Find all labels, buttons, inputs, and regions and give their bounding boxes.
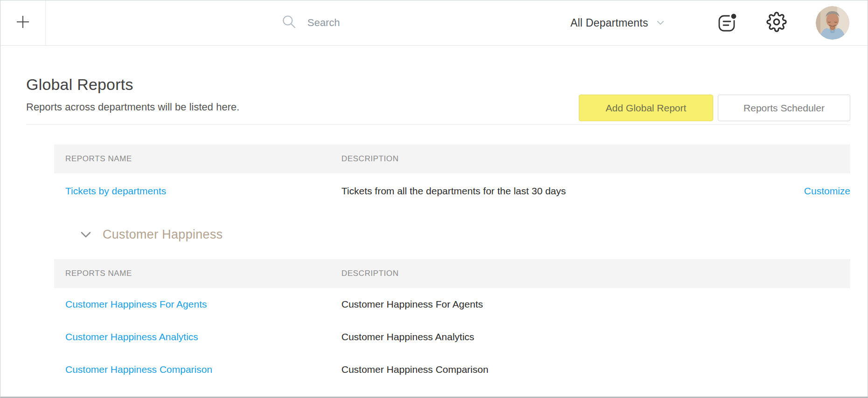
table-row: Customer Happiness For Agents Customer H… <box>54 288 850 321</box>
department-selector[interactable]: All Departments <box>570 0 664 45</box>
report-description: Customer Happiness Comparison <box>341 364 850 375</box>
top-bar: All Departments <box>0 0 868 46</box>
report-link-customer-happiness-for-agents[interactable]: Customer Happiness For Agents <box>65 299 341 310</box>
feeds-button[interactable] <box>718 0 739 45</box>
reports-table-area: REPORTS NAME DESCRIPTION Tickets by depa… <box>54 144 850 386</box>
column-header-description: DESCRIPTION <box>341 154 839 164</box>
global-reports-table-header: REPORTS NAME DESCRIPTION <box>54 144 850 173</box>
table-row: Customer Happiness Comparison Customer H… <box>54 353 850 386</box>
section-customer-happiness: Customer Happiness <box>81 222 850 247</box>
reports-scheduler-button[interactable]: Reports Scheduler <box>718 95 850 121</box>
table-row: Tickets by departments Tickets from all … <box>54 173 850 209</box>
add-new-button[interactable] <box>0 0 46 45</box>
feeds-notification-icon <box>718 12 739 34</box>
report-description: Customer Happiness For Agents <box>341 299 850 310</box>
customize-link[interactable]: Customize <box>804 185 850 197</box>
header-divider <box>26 124 850 125</box>
header-actions: Add Global Report Reports Scheduler <box>579 95 850 121</box>
report-link-tickets-by-departments[interactable]: Tickets by departments <box>65 185 341 197</box>
department-selector-label: All Departments <box>570 17 648 29</box>
chevron-down-icon[interactable] <box>81 232 91 238</box>
settings-button[interactable] <box>766 0 787 45</box>
gear-icon <box>766 12 787 34</box>
column-header-description: DESCRIPTION <box>341 269 839 278</box>
section-table-header: REPORTS NAME DESCRIPTION <box>54 259 850 288</box>
page-title: Global Reports <box>26 75 850 94</box>
chevron-down-icon <box>648 19 664 27</box>
main-content: Global Reports Reports across department… <box>0 46 868 386</box>
report-link-customer-happiness-comparison[interactable]: Customer Happiness Comparison <box>65 364 341 375</box>
user-avatar[interactable] <box>816 6 849 40</box>
column-header-reports-name: REPORTS NAME <box>65 269 341 278</box>
search-icon <box>282 14 297 31</box>
column-header-reports-name: REPORTS NAME <box>65 154 341 164</box>
app-window: All Departments <box>0 0 868 398</box>
report-link-customer-happiness-analytics[interactable]: Customer Happiness Analytics <box>65 331 341 343</box>
add-global-report-button[interactable]: Add Global Report <box>579 95 713 121</box>
plus-icon <box>16 15 30 31</box>
table-row: Customer Happiness Analytics Customer Ha… <box>54 321 850 353</box>
report-description: Customer Happiness Analytics <box>341 331 850 343</box>
report-description: Tickets from all the departments for the… <box>341 185 804 197</box>
section-title[interactable]: Customer Happiness <box>103 227 223 242</box>
global-search <box>282 0 447 45</box>
page-header: Global Reports Reports across department… <box>26 46 850 125</box>
search-input[interactable] <box>307 17 447 29</box>
